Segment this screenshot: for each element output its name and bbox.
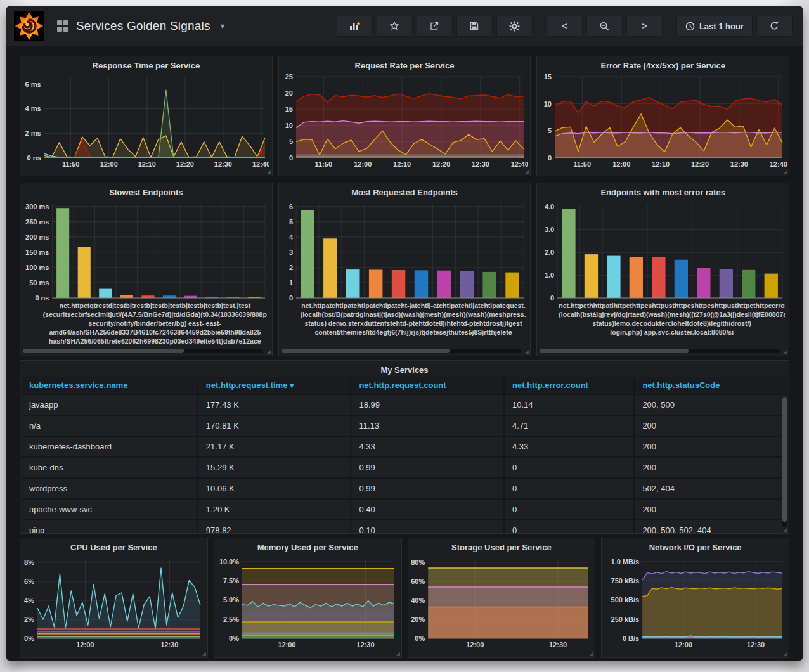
endpoint-label-line: status) demo.sterxduttenfstehtd-ptehtdot… — [301, 319, 527, 328]
panel-title[interactable]: Slowest Endpoints — [20, 183, 272, 199]
svg-text:12:00: 12:00 — [612, 160, 630, 168]
svg-text:6%: 6% — [24, 578, 34, 585]
panel-resize-handle[interactable] — [783, 170, 787, 174]
column-header[interactable]: net.http.statusCode — [634, 377, 787, 394]
scrollbar-thumb[interactable] — [540, 349, 689, 353]
svg-text:0 B/s: 0 B/s — [623, 635, 639, 642]
table-cell: 0 — [504, 520, 634, 534]
table-cell: 4.33 — [351, 436, 504, 457]
table-cell: 200 — [634, 499, 787, 520]
zoom-out-icon — [599, 21, 610, 32]
column-header[interactable]: net.http.request.time ▾ — [198, 377, 351, 394]
chevron-right-icon: > — [642, 21, 647, 31]
panel-title[interactable]: Network I/O per Service — [602, 538, 789, 554]
svg-text:0 ns: 0 ns — [36, 294, 49, 300]
table-cell: n/a — [22, 415, 198, 436]
horizontal-scrollbar[interactable] — [23, 349, 263, 353]
panel-resize-handle[interactable] — [396, 652, 400, 656]
endpoint-label-line: amd64/ash/SHA256de8337B4610fc72463864459… — [42, 328, 268, 337]
panel-title[interactable]: CPU Used per Service — [20, 538, 207, 554]
endpoint-label-line: login.php) app.svc.cluster.local:8080/si — [559, 328, 785, 337]
panel-title[interactable]: Response Time per Service — [20, 56, 272, 72]
table-cell: kube-dns — [22, 457, 198, 478]
svg-text:300 ms: 300 ms — [25, 203, 49, 210]
svg-text:2: 2 — [289, 264, 293, 271]
svg-text:12:10: 12:10 — [138, 160, 156, 168]
save-button[interactable] — [456, 16, 493, 37]
vertical-scrollbar[interactable] — [782, 397, 787, 527]
panel-resize-handle[interactable] — [783, 350, 787, 354]
panel-resize-handle[interactable] — [266, 170, 271, 174]
panel-title[interactable]: Storage Used per Service — [408, 538, 595, 554]
star-button[interactable] — [377, 16, 413, 37]
endpoint-label-line: status)lemo.decoduktercloheltdote8)ilegi… — [559, 319, 785, 328]
scrollbar-thumb[interactable] — [282, 349, 450, 353]
table-cell: wordpress — [22, 478, 198, 499]
panel-memory: Memory Used per Service 12:0012:300%2.5%… — [214, 538, 402, 658]
nav-actions: < > Last 1 hour — [337, 16, 793, 37]
svg-text:25: 25 — [285, 73, 293, 81]
svg-text:12:20: 12:20 — [691, 160, 709, 168]
svg-text:750 kB/s: 750 kB/s — [611, 577, 639, 585]
table-row: kubernetes-dashboard21.17 K4.334.33200 — [22, 436, 787, 457]
panel-error-rate: Error Rate (4xx/5xx) per Service 11:5012… — [536, 56, 789, 176]
panel-title[interactable]: Endpoints with most error rates — [537, 183, 789, 199]
panel-title[interactable]: Request Rate per Service — [279, 56, 531, 72]
panel-resize-handle[interactable] — [524, 170, 529, 174]
panel-resize-handle[interactable] — [266, 350, 271, 354]
panel-title[interactable]: My Services — [20, 361, 789, 377]
column-header[interactable]: net.http.request.count — [351, 377, 504, 394]
panel-resize-handle[interactable] — [783, 527, 787, 532]
horizontal-scrollbar[interactable] — [282, 349, 522, 353]
svg-text:200 ms: 200 ms — [25, 233, 49, 241]
time-forward-button[interactable]: > — [626, 16, 663, 37]
settings-button[interactable] — [496, 16, 533, 37]
panel-title[interactable]: Error Rate (4xx/5xx) per Service — [537, 56, 789, 72]
panel-resize-handle[interactable] — [783, 652, 787, 656]
panel-error-endpoints: Endpoints with most error rates 01.02.03… — [536, 183, 789, 356]
scrollbar-thumb[interactable] — [782, 397, 787, 522]
panel-title[interactable]: Memory Used per Service — [214, 538, 401, 554]
svg-text:12:10: 12:10 — [393, 160, 411, 168]
panel-resize-handle[interactable] — [202, 652, 206, 656]
svg-text:6 ms: 6 ms — [25, 81, 41, 88]
svg-text:12:00: 12:00 — [466, 641, 484, 649]
memory-chart: 12:0012:300%2.5%5.0%7.5%10.0% — [216, 554, 399, 649]
refresh-button[interactable] — [756, 16, 793, 37]
panel-resize-handle[interactable] — [524, 350, 529, 354]
endpoint-label-line: net.httpethhttpatihttpethttpeshttpusthtt… — [559, 301, 785, 310]
time-back-button[interactable]: < — [547, 16, 583, 37]
panel-title[interactable]: Most Requested Endpoints — [279, 183, 531, 199]
grafana-dashboard: Services Golden Signals ▼ — [6, 6, 803, 661]
grafana-flame-icon — [14, 11, 44, 41]
network-chart: 12:0012:300 B/s250 kB/s500 kB/s750 kB/s1… — [604, 554, 787, 649]
share-button[interactable] — [417, 16, 453, 37]
add-panel-button[interactable] — [337, 16, 373, 37]
svg-text:11:50: 11:50 — [573, 160, 591, 168]
table-cell: 0.99 — [351, 457, 504, 478]
table-row: apache-www-svc1.20 K0.400200 — [22, 499, 787, 520]
dashboard-picker[interactable]: Services Golden Signals ▼ — [57, 19, 226, 33]
svg-text:100 ms: 100 ms — [25, 264, 49, 271]
panel-resize-handle[interactable] — [589, 652, 593, 656]
request-rate-chart: 11:5012:0012:1012:2012:3012:400510152025 — [281, 72, 528, 169]
column-header[interactable]: net.http.error.count — [504, 377, 634, 394]
table-cell: 0.99 — [351, 478, 504, 499]
time-picker-button[interactable]: Last 1 hour — [676, 16, 753, 37]
svg-text:12:30: 12:30 — [747, 641, 765, 649]
svg-text:3: 3 — [289, 249, 293, 256]
column-header[interactable]: kubernetes.service.name — [22, 377, 198, 394]
svg-text:0%: 0% — [24, 635, 34, 642]
table-cell: 200 — [634, 415, 787, 436]
endpoint-axis-labels: net.httpetqtrestdjtestbjtrestbjtestbjtes… — [20, 300, 272, 347]
row-golden-signals: Response Time per Service 11:5012:0012:1… — [20, 56, 789, 176]
grafana-logo[interactable] — [14, 11, 44, 41]
horizontal-scrollbar[interactable] — [540, 349, 780, 353]
zoom-out-button[interactable] — [586, 16, 623, 37]
error-endpoints-chart: 01.02.03.04.0 — [540, 199, 787, 300]
table-cell: 978.82 — [198, 520, 351, 534]
svg-text:4.0: 4.0 — [545, 203, 554, 210]
svg-text:15: 15 — [543, 73, 551, 81]
svg-text:11:50: 11:50 — [315, 160, 333, 168]
scrollbar-thumb[interactable] — [23, 349, 184, 353]
